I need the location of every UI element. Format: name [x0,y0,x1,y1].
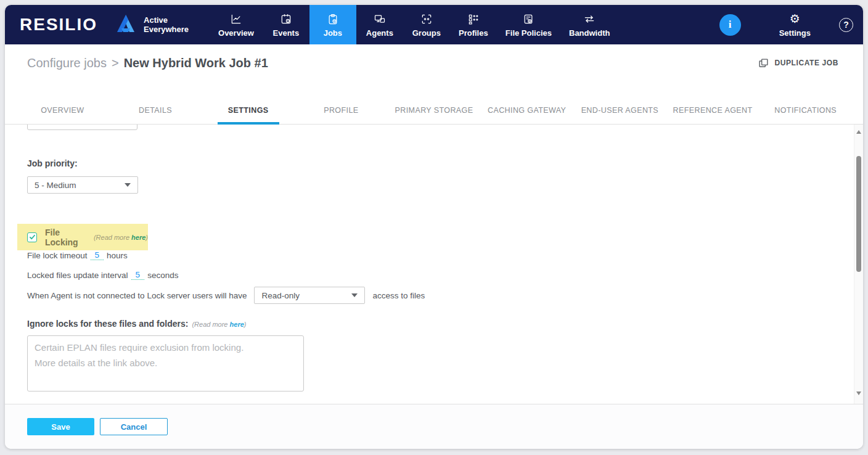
nav-item-label: Jobs [324,28,342,38]
resilio-logo: RESILIO [20,15,97,35]
devices-icon [373,12,387,26]
nav-item-agents[interactable]: Agents [356,5,403,44]
cancel-button[interactable]: Cancel [100,418,168,435]
check-icon [29,234,36,240]
nav-item-label: Agents [366,28,393,38]
arrows-swap-icon [583,12,596,26]
product-name-line2: Everywhere [144,25,189,34]
readmore-text: ) [244,321,247,328]
file-lock-timeout-row: File lock timeout 5 hours [27,250,128,260]
nav-item-label: Settings [779,28,811,38]
gear-icon: ⚙ [788,12,801,26]
ignore-locks-header: Ignore locks for these files and folders… [27,319,246,329]
scrollbar-thumb[interactable] [856,156,861,272]
agent-not-connected-row: When Agent is not connected to Lock serv… [27,286,425,305]
file-locking-checkbox[interactable] [27,232,37,242]
tab-notifications[interactable]: NOTIFICATIONS [759,106,852,124]
navbar-right-cluster: i ⚙ Settings ? [719,5,853,44]
tab-profile[interactable]: PROFILE [295,106,388,124]
nav-item-label: Profiles [459,28,488,38]
ignore-locks-label: Ignore locks for these files and folders… [27,319,188,329]
nav-item-label: Bandwidth [569,28,610,38]
info-icon: i [729,18,732,31]
vertical-scrollbar[interactable] [854,125,863,404]
update-interval-value[interactable]: 5 [131,270,145,280]
file-lock-timeout-value[interactable]: 5 [91,250,104,260]
access-mode-select[interactable]: Read-only [254,287,365,304]
duplicate-job-label: DUPLICATE JOB [774,59,838,67]
file-gear-icon [522,12,535,26]
readmore-text: (Read more [192,321,229,328]
readmore-link[interactable]: here [131,234,145,241]
breadcrumb: Configure jobs > New Hybrid Work Job #1 [27,56,268,70]
app-window: RESILIO Active Everywhere Overview [5,5,863,449]
job-tabs: OVERVIEW DETAILS SETTINGS PROFILE PRIMAR… [5,81,863,125]
duplicate-job-button[interactable]: DUPLICATE JOB [758,58,838,68]
readmore-text: (Read more [94,234,131,241]
tab-settings[interactable]: SETTINGS [202,106,295,124]
nav-item-label: File Policies [506,28,552,38]
scrollbar-up-arrow-icon[interactable] [856,130,861,134]
breadcrumb-separator: > [112,56,119,70]
top-navbar: RESILIO Active Everywhere Overview [5,5,863,44]
chevron-down-icon [125,183,131,187]
job-priority-label: Job priority: [27,158,78,168]
nav-item-label: Groups [412,28,441,38]
settings-panel: Job priority: 5 - Medium File Locking (R… [5,125,863,404]
main-navigation: Overview Events Jobs Agents [210,5,618,44]
tab-primary-storage[interactable]: PRIMARY STORAGE [388,106,481,124]
clipped-input[interactable] [27,125,137,130]
tab-reference-agent[interactable]: REFERENCE AGENT [666,106,760,124]
update-interval-row: Locked files update interval 5 seconds [27,270,178,280]
update-interval-label: Locked files update interval [27,271,128,280]
job-priority-value: 5 - Medium [35,181,76,190]
tab-end-user-agents[interactable]: END-USER AGENTS [573,106,666,124]
ignore-locks-readmore: (Read more here) [192,321,246,328]
file-locking-label: File Locking [45,228,90,247]
nav-item-label: Events [273,28,300,38]
nav-item-profiles[interactable]: Profiles [450,5,497,44]
product-name-line1: Active [144,15,189,25]
save-button[interactable]: Save [27,418,94,435]
active-everywhere-mark-icon [113,12,138,37]
job-priority-select[interactable]: 5 - Medium [27,176,138,194]
form-footer: Save Cancel [5,404,863,449]
chart-line-icon [229,12,243,26]
ignore-locks-textarea[interactable] [27,335,304,391]
file-locking-readmore: (Read more here) [94,234,148,241]
nav-item-file-policies[interactable]: File Policies [497,5,560,44]
nav-item-settings[interactable]: ⚙ Settings [771,5,819,44]
active-everywhere-logo: Active Everywhere [113,12,189,37]
nav-item-groups[interactable]: Groups [403,5,450,44]
nav-item-bandwidth[interactable]: Bandwidth [560,5,618,44]
file-locking-highlight: File Locking (Read more here) [17,224,148,250]
chevron-down-icon [351,293,358,297]
question-mark-icon: ? [843,20,849,30]
scrollbar-down-arrow-icon[interactable] [856,391,861,395]
tab-details[interactable]: DETAILS [109,106,202,124]
readmore-text: ) [145,234,148,241]
tab-caching-gateway[interactable]: CACHING GATEWAY [480,106,573,124]
breadcrumb-parent-link[interactable]: Configure jobs [27,56,107,70]
readmore-link[interactable]: here [230,321,244,328]
agent-not-connected-label: When Agent is not connected to Lock serv… [27,291,247,300]
page-title: New Hybrid Work Job #1 [124,56,268,70]
update-interval-unit: seconds [147,271,178,280]
page-header: Configure jobs > New Hybrid Work Job #1 … [5,44,863,81]
info-button[interactable]: i [719,14,741,36]
duplicate-icon [758,58,769,68]
help-button[interactable]: ? [839,18,853,32]
tab-overview[interactable]: OVERVIEW [16,106,109,124]
nav-item-jobs[interactable]: Jobs [309,5,356,44]
nav-item-events[interactable]: Events [263,5,309,44]
nav-item-label: Overview [218,28,254,38]
calendar-icon [279,12,293,26]
clipboard-gear-icon [326,12,340,26]
file-lock-timeout-label: File lock timeout [27,251,88,260]
nav-item-overview[interactable]: Overview [210,5,263,44]
selection-frame-icon [420,12,433,26]
product-name: Active Everywhere [144,15,189,34]
agent-not-connected-suffix: access to files [372,291,425,300]
file-lock-timeout-unit: hours [107,251,128,260]
access-mode-value: Read-only [261,291,300,300]
